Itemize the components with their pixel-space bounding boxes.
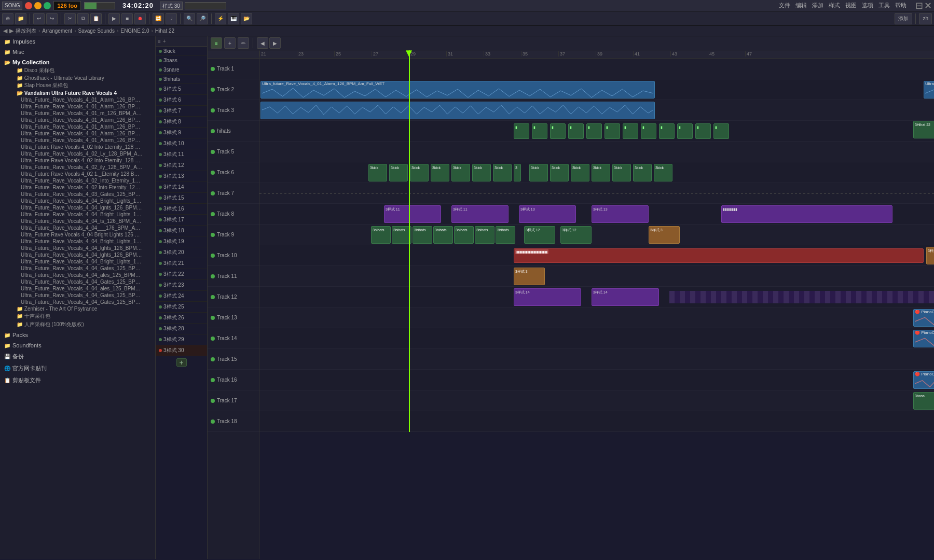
menu-tools[interactable]: 工具 (876, 2, 892, 9)
vf-11[interactable]: Ultra_Future_Rave_Vocals_4_02_ily_128_BP… (0, 164, 155, 171)
pattern-add-icon[interactable]: + (163, 38, 166, 44)
vf-24[interactable]: Ultra_Future_Rave_Vocals_4_04_lghts_126_… (0, 251, 155, 258)
track-label-16[interactable]: Track 16 (208, 370, 259, 390)
clip-t9-10[interactable]: 3样式 3 (649, 226, 680, 244)
clip-t4-4[interactable]: ▮ (568, 123, 584, 139)
clip-t12-2[interactable]: 3样式 14 (592, 288, 659, 306)
track-label-8[interactable]: Track 8 (208, 204, 259, 225)
clip-t9-5[interactable]: 3hihats (454, 226, 474, 244)
tb-new[interactable]: ⊕ (2, 13, 13, 24)
clip-t9-4[interactable]: 3hihats (433, 226, 453, 244)
pattern-20[interactable]: 3样式 20 (156, 247, 207, 258)
clip-t4-6[interactable]: ▮ (605, 123, 620, 139)
window-minimize[interactable] (34, 2, 42, 9)
pattern-29[interactable]: 3样式 29 (156, 334, 207, 345)
pattern-16[interactable]: 3样式 16 (156, 204, 207, 215)
clip-t6-4[interactable]: 3kick (431, 164, 449, 181)
pattern-7[interactable]: 3样式 7 (156, 106, 207, 117)
vf-30[interactable]: Ultra_Future_Rave_Vocals_4_04_Gates_125_… (0, 292, 155, 299)
clip-t17-1[interactable]: 3bass (913, 392, 934, 410)
clip-t4-12[interactable]: ▮ (713, 123, 729, 139)
track-label-hihats[interactable]: hihats (208, 121, 259, 142)
clip-t4-3[interactable]: ▮ (550, 123, 566, 139)
vf-27[interactable]: Ultra_Future_Rave_Vocals_4_04_ales_125_B… (0, 272, 155, 278)
clip-t9-8[interactable]: 3样式 12 (524, 226, 555, 244)
browser-folder-packs[interactable]: 📁 Packs (0, 331, 155, 339)
vf-5[interactable]: Ultra_Future_Rave_Vocals_4_01_Alarm_126_… (0, 123, 155, 130)
clip-t6-2[interactable]: 3kick (389, 164, 408, 181)
clip-t11-1[interactable]: 3样式 3 (514, 268, 545, 285)
pattern-12[interactable]: 3样式 12 (156, 160, 207, 171)
vf-31[interactable]: Ultra_Future_Rave_Vocals_4_04_Gates_125_… (0, 299, 155, 305)
pattern-19[interactable]: 3样式 19 (156, 236, 207, 247)
clip-t4-10[interactable]: ▮ (677, 123, 693, 139)
clip-t14-1[interactable]: 🔴 PianoCore - Infinity Impact - 6 (913, 330, 934, 347)
clip-t6-6[interactable]: 3kick (472, 164, 491, 181)
track-label-6[interactable]: Track 6 (208, 162, 259, 183)
clip-t2-1[interactable]: Ultra_future_Rave_Vocals_4_01_Alarm_126_… (260, 81, 655, 99)
pattern-10[interactable]: 3样式 10 (156, 138, 207, 149)
pattern-13[interactable]: 3样式 13 (156, 171, 207, 182)
clip-t6-8[interactable]: 3 (514, 164, 521, 181)
track-label-9[interactable]: Track 9 (208, 225, 259, 245)
clip-t6-1[interactable]: 3kick (368, 164, 387, 181)
path-play-icon[interactable]: ▶ (9, 27, 13, 34)
clip-t9-3[interactable]: 3hihats (413, 226, 432, 244)
clip-t10-2[interactable]: 3样式 10 (926, 247, 934, 264)
path-arrow-left[interactable]: ◀ (3, 27, 7, 34)
pattern-30[interactable]: 3样式 30 (156, 345, 207, 356)
clip-t16-1[interactable]: 🔴 PianoCore - Infinity Impact- 6 (913, 371, 934, 389)
pattern-6[interactable]: 3样式 6 (156, 95, 207, 106)
track-label-1[interactable]: Track 1 (208, 59, 259, 79)
seq-left-btn[interactable]: ◀ (257, 37, 268, 49)
vf-12[interactable]: Ultra_Future Rave Vocals 4_02 1._Eternit… (0, 171, 155, 177)
clip-t9-6[interactable]: 3hihats (475, 226, 495, 244)
clip-t4-5[interactable]: ▮ (586, 123, 602, 139)
tracks-content[interactable]: 21 23 25 27 29 31 33 35 37 39 41 43 45 4… (259, 50, 934, 559)
vf-1[interactable]: Ultra_Future_Rave_Vocals_4_01_Alarm_126_… (0, 96, 155, 103)
seq-add-btn[interactable]: + (224, 37, 236, 49)
pattern-kick[interactable]: 3kick (156, 47, 207, 56)
vf-9[interactable]: Ultra_Future_Rave_Vocals_4_02_Ly_128_BPM… (0, 150, 155, 157)
vf-29[interactable]: Ultra_Future_Rave_Vocals_4_04_ales_125_B… (0, 285, 155, 292)
pattern-8[interactable]: 3样式 8 (156, 117, 207, 128)
browser-item-ghosthack[interactable]: 📁 Ghosthack - Ultimate Vocal Library (0, 75, 155, 81)
pattern-bass[interactable]: 3bass (156, 56, 207, 65)
pattern-23[interactable]: 3样式 23 (156, 280, 207, 291)
clip-t6-10[interactable]: 3kick (550, 164, 569, 181)
track-label-7[interactable]: Track 7 (208, 183, 259, 204)
clip-t8-1[interactable]: 3样式 11 (384, 205, 441, 223)
menu-add[interactable]: 添加 (809, 2, 826, 9)
vf-22[interactable]: Ultra_Future_Rave_Vocals_4_04_Bright_Lig… (0, 238, 155, 245)
tb-open[interactable]: 📁 (15, 13, 26, 24)
vf-18[interactable]: Ultra_Future_Rave_Vocals_4_04_Bright_Lig… (0, 211, 155, 218)
clip-t9-7[interactable]: 3hihats (496, 226, 515, 244)
pattern-21[interactable]: 3样式 21 (156, 258, 207, 269)
browser-folder-official[interactable]: 🌐 官方网卡贴刊 (0, 363, 155, 373)
vf-2[interactable]: Ultra_Future_Rave_Vocals_4_01_Alarm_126_… (0, 103, 155, 110)
browser-folder-backup[interactable]: 💾 备份 (0, 352, 155, 361)
pattern-25[interactable]: 3样式 25 (156, 302, 207, 313)
clip-t6-3[interactable]: 3kick (410, 164, 429, 181)
browser-folder-impulses[interactable]: 📁 Impulses (0, 37, 155, 46)
tb-zoom-in[interactable]: 🔍 (184, 13, 195, 24)
tb-metronome[interactable]: ♩ (166, 13, 177, 24)
clip-t6-7[interactable]: 3kick (493, 164, 512, 181)
vf-16[interactable]: Ultra_Future_Rave_Vocals_4_04_Bright_Lig… (0, 198, 155, 204)
pattern-15[interactable]: 3样式 15 (156, 193, 207, 204)
pattern-11[interactable]: 3样式 11 (156, 149, 207, 160)
track-label-14[interactable]: Track 14 (208, 328, 259, 349)
path-hihat[interactable]: Hihat 22 (155, 28, 174, 34)
pattern-14[interactable]: 3样式 14 (156, 182, 207, 193)
clip-hihat22[interactable]: 3Hihat 22 (913, 121, 934, 138)
track-label-13[interactable]: Track 13 (208, 307, 259, 328)
tb-play[interactable]: ▶ (108, 13, 120, 24)
clip-t4-2[interactable]: ▮ (532, 123, 547, 139)
pattern-hihats[interactable]: 3hihats (156, 75, 207, 84)
clip-t8-5[interactable]: ▮▮▮▮▮▮▮ (721, 205, 892, 223)
clip-t9-1[interactable]: 3hihats (371, 226, 391, 244)
track-label-10[interactable]: Track 10 (208, 245, 259, 266)
browser-item-rensheng[interactable]: 📁 人声采样包 (100%免版权) (0, 320, 155, 329)
clip-t6-11[interactable]: 3kick (571, 164, 589, 181)
pattern-28[interactable]: 3样式 28 (156, 324, 207, 334)
